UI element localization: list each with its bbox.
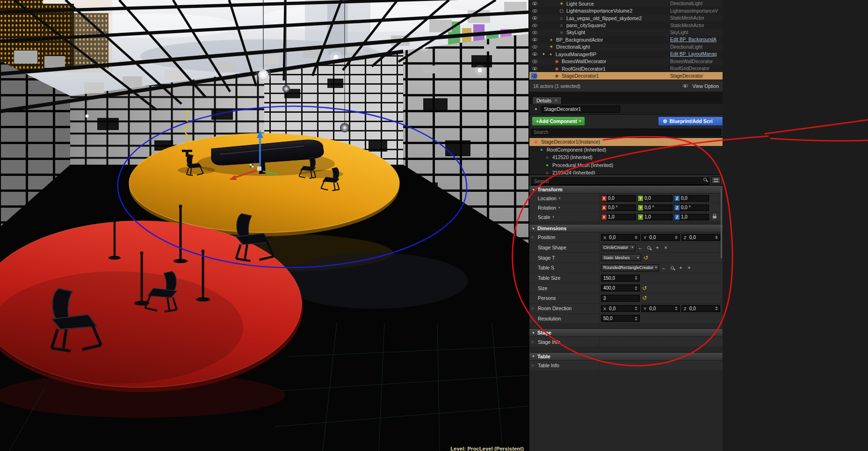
edit-blueprint-link[interactable]: Edit BP_LayoutManag	[670, 51, 723, 57]
stage-shape-dropdown[interactable]: CircleCreator▾	[601, 244, 636, 251]
outliner-row[interactable]: ⌂ pano_citySquare2 StaticMeshActor	[529, 22, 723, 29]
location-label[interactable]: Location▾	[529, 194, 600, 203]
stage-type-dropdown[interactable]: Static Meshes▾	[601, 254, 641, 261]
position-x-field[interactable]: X0,0	[601, 234, 640, 241]
rotation-y-field[interactable]: Y0,0 °	[637, 204, 673, 211]
component-row-instance[interactable]: ◉ StageDecorator1(Instance)	[529, 138, 723, 146]
component-search-input[interactable]	[531, 129, 721, 136]
category-dimensions[interactable]: ▼ Dimensions	[529, 224, 723, 233]
expander-icon[interactable]: ▼	[542, 52, 548, 56]
viewport-3d[interactable]: Level: ProcLevel (Persistent)	[0, 0, 528, 451]
outliner-row[interactable]: ⌂ Las_vegas_old_flipped_skydome2 StaticM…	[529, 15, 723, 22]
scale-x-field[interactable]: X1,0	[601, 214, 636, 220]
spinner-icon[interactable]	[633, 306, 637, 310]
clear-icon[interactable]: ×	[686, 265, 693, 270]
scale-z-field[interactable]: Z1,0	[674, 214, 709, 220]
room-direction-label[interactable]: ▷ Room Direction	[529, 304, 600, 313]
outliner-row-selected[interactable]: ◉ StageDecorator1 StageDecorator	[529, 72, 723, 79]
scale-label[interactable]: Scale▾	[529, 212, 600, 221]
component-row[interactable]: ⌂ 2105424 (Inherited)	[529, 169, 723, 175]
stage-info-row[interactable]: ▷ Stage Info	[529, 337, 723, 347]
table-info-label[interactable]: ▷ Table Info	[529, 361, 600, 371]
clear-icon[interactable]: ×	[662, 245, 669, 250]
outliner-row[interactable]: ◉ BoxesWallDecorator BoxesWallDecorator	[529, 58, 723, 65]
visibility-eye-icon[interactable]	[532, 31, 537, 34]
component-row[interactable]: ⌂ 412520 (Inherited)	[529, 153, 723, 161]
persons-field[interactable]: 3	[601, 295, 640, 302]
position-label[interactable]: ▷ Position	[529, 233, 600, 242]
component-row[interactable]: ● Procedural Mesh (Inherited)	[529, 161, 723, 169]
location-x-field[interactable]: X0,0	[601, 195, 636, 202]
use-selected-asset-icon[interactable]: ←	[660, 265, 667, 270]
browse-icon[interactable]	[669, 266, 676, 269]
visibility-eye-icon[interactable]	[532, 45, 537, 49]
lock-icon[interactable]	[713, 216, 716, 218]
table-info-row[interactable]: ▷ Table Info	[529, 361, 723, 371]
outliner-row[interactable]: ▼ ● LayoutManagerBP Edit BP_LayoutManag	[529, 51, 723, 58]
visibility-eye-icon[interactable]	[532, 74, 537, 78]
browse-icon[interactable]	[645, 246, 652, 249]
category-transform[interactable]: ▼ Transform	[529, 185, 723, 194]
table-shape-dropdown[interactable]: RoundedRectangleCreator▾	[601, 264, 659, 271]
visibility-eye-icon[interactable]	[532, 67, 537, 70]
rotation-z-field[interactable]: Z0,0 °	[674, 204, 709, 211]
property-search-input[interactable]	[531, 177, 709, 185]
position-z-field[interactable]: Z0,0	[681, 234, 720, 241]
actor-name-field[interactable]	[542, 106, 620, 113]
category-table[interactable]: ▼ Table	[529, 352, 723, 361]
outliner-row[interactable]: ● BP_BackgroundActor Edit BP_BackgroundA	[529, 36, 723, 43]
visibility-eye-icon[interactable]	[532, 52, 537, 56]
spinner-icon[interactable]	[714, 306, 718, 310]
view-options-button[interactable]: View Option	[683, 83, 719, 89]
table-size-field[interactable]: 150,0	[601, 275, 640, 282]
reset-to-default-icon[interactable]: ↺	[641, 285, 648, 291]
spinner-icon[interactable]	[633, 317, 637, 320]
outliner-row[interactable]: ☼ SkyLight SkyLight	[529, 29, 723, 36]
spinner-icon[interactable]	[714, 236, 718, 240]
display-filter-button[interactable]	[711, 176, 721, 184]
blueprint-add-script-button[interactable]: ⚙ Blueprint/Add Scri	[658, 116, 723, 126]
room-direction-x-field[interactable]: X0,0	[601, 305, 640, 312]
resolution-field[interactable]: 50,0	[601, 315, 640, 322]
rotation-x-field[interactable]: X0,0 °	[601, 204, 636, 211]
add-element-icon[interactable]: +	[654, 245, 661, 250]
stage-info-label[interactable]: ▷ Stage Info	[529, 337, 600, 347]
visibility-eye-icon[interactable]	[532, 2, 537, 5]
spinner-icon[interactable]	[633, 276, 637, 280]
collapsed-caret-icon[interactable]: ▷	[532, 364, 534, 367]
visibility-eye-icon[interactable]	[532, 38, 537, 41]
outliner-row[interactable]: ☀ Light Source DirectionalLight	[529, 0, 723, 7]
collapsed-caret-icon[interactable]: ▷	[532, 340, 534, 344]
add-element-icon[interactable]: +	[677, 265, 684, 270]
tab-details[interactable]: Details ×	[532, 96, 562, 104]
visibility-eye-icon[interactable]	[532, 60, 537, 63]
location-z-field[interactable]: Z0,0	[674, 195, 709, 202]
spinner-icon[interactable]	[673, 306, 678, 310]
close-icon[interactable]: ×	[555, 98, 557, 103]
size-field[interactable]: 400,0	[601, 284, 640, 291]
reset-to-default-icon[interactable]: ↺	[641, 295, 648, 301]
outliner-row[interactable]: ▢ LightmassImportanceVolume2 LightmassIm…	[529, 7, 723, 14]
visibility-eye-icon[interactable]	[532, 24, 537, 27]
use-selected-asset-icon[interactable]: ←	[637, 245, 644, 250]
location-y-field[interactable]: Y0,0	[637, 195, 673, 202]
spinner-icon[interactable]	[673, 236, 678, 240]
spinner-icon[interactable]	[633, 286, 637, 290]
outliner-row[interactable]: ◉ RoofGridDecorator1 RoofGridDecorator	[529, 65, 723, 72]
edit-blueprint-link[interactable]: Edit BP_BackgroundA	[670, 37, 723, 42]
collapsed-caret-icon[interactable]: ▷	[532, 235, 534, 239]
outliner-row[interactable]: ☀ DirectionalLight DirectionalLight	[529, 44, 723, 51]
scrollbar-thumb[interactable]	[721, 188, 723, 258]
visibility-eye-icon[interactable]	[532, 16, 537, 20]
component-row[interactable]: ● RootComponent (Inherited)	[529, 146, 723, 154]
add-component-button[interactable]: +Add Component ▾	[532, 116, 585, 126]
visibility-eye-icon[interactable]	[532, 9, 537, 13]
rotation-label[interactable]: Rotation▾	[529, 203, 600, 212]
collapsed-caret-icon[interactable]: ▷	[532, 306, 534, 310]
spinner-icon[interactable]	[633, 236, 637, 240]
room-direction-z-field[interactable]: Z0,0	[681, 305, 720, 312]
reset-to-default-icon[interactable]: ↺	[643, 255, 649, 261]
scale-y-field[interactable]: Y1,0	[637, 214, 673, 220]
category-stage[interactable]: ▼ Stage	[529, 328, 723, 337]
room-direction-y-field[interactable]: Y0,0	[641, 305, 680, 312]
